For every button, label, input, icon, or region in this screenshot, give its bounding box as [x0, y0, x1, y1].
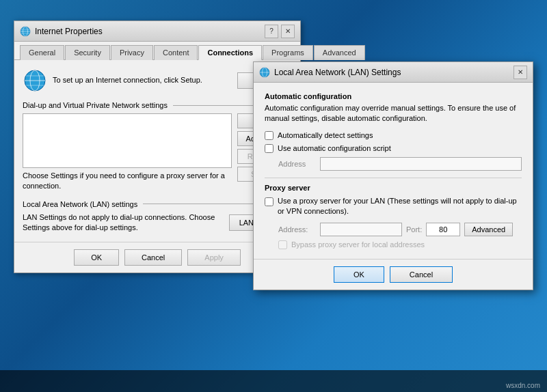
setup-row: To set up an Internet connection, click … — [23, 68, 292, 93]
proxy-use-checkbox[interactable] — [265, 197, 274, 206]
lan-dialog-title: Local Area Network (LAN) Settings — [274, 68, 513, 77]
tab-content[interactable]: Content — [154, 45, 198, 60]
proxy-address-input[interactable] — [320, 223, 402, 236]
proxy-use-label: Use a proxy server for your LAN (These s… — [278, 196, 522, 217]
lan-section: Local Area Network (LAN) settings LAN Se… — [23, 200, 292, 234]
proxy-addr-row: Address: Port: Advanced — [278, 223, 522, 236]
auto-script-row: Use automatic configuration script — [265, 144, 522, 153]
script-address-row: Address — [278, 157, 522, 171]
lan-ok-button[interactable]: OK — [334, 266, 384, 283]
lan-dialog: Local Area Network (LAN) Settings ✕ Auto… — [253, 61, 533, 290]
bypass-row: Bypass proxy server for local addresses — [278, 240, 522, 249]
script-address-label: Address — [278, 160, 316, 168]
proxy-title: Proxy server — [265, 184, 522, 192]
inet-title-controls: ? ✕ — [265, 25, 295, 38]
close-button[interactable]: ✕ — [281, 25, 295, 38]
bypass-checkbox[interactable] — [278, 240, 287, 249]
help-button[interactable]: ? — [265, 25, 278, 38]
dialog-separator — [265, 178, 522, 178]
setup-description: To set up an Internet connection, click … — [53, 75, 232, 85]
auto-detect-row: Automatically detect settings — [265, 131, 522, 140]
lan-section-header: Local Area Network (LAN) settings — [23, 200, 292, 208]
auto-config-title: Automatic configuration — [265, 92, 522, 100]
inet-title-bar: Internet Properties ? ✕ — [14, 21, 300, 42]
auto-detect-checkbox[interactable] — [265, 131, 274, 140]
tab-advanced[interactable]: Advanced — [314, 45, 365, 60]
dial-listbox[interactable] — [23, 113, 232, 168]
proxy-use-row: Use a proxy server for your LAN (These s… — [265, 196, 522, 217]
lan-dialog-icon — [259, 67, 270, 78]
dial-list-area: Choose Settings if you need to configure… — [23, 113, 232, 192]
tab-security[interactable]: Security — [65, 45, 110, 60]
auto-script-label: Use automatic configuration script — [278, 144, 391, 152]
port-label: Port: — [406, 225, 422, 234]
tabs-bar: General Security Privacy Content Connect… — [14, 42, 300, 60]
lan-dialog-footer: OK Cancel — [254, 259, 533, 290]
lan-dialog-controls: ✕ — [513, 66, 527, 79]
auto-detect-label: Automatically detect settings — [278, 131, 373, 139]
lan-dialog-title-bar: Local Area Network (LAN) Settings ✕ — [254, 62, 533, 83]
lan-row: LAN Settings do not apply to dial-up con… — [23, 212, 292, 234]
port-input[interactable] — [426, 223, 460, 236]
bypass-label: Bypass proxy server for local addresses — [291, 240, 425, 249]
connection-icon — [23, 68, 47, 93]
auto-script-checkbox[interactable] — [265, 144, 274, 153]
tab-privacy[interactable]: Privacy — [111, 45, 153, 60]
lan-dialog-close[interactable]: ✕ — [513, 66, 527, 79]
lan-cancel-button[interactable]: Cancel — [390, 266, 453, 283]
tab-connections[interactable]: Connections — [198, 45, 262, 60]
inet-title-text: Internet Properties — [35, 27, 265, 36]
lan-dialog-content: Automatic configuration Automatic config… — [254, 83, 533, 259]
dialup-section-header: Dial-up and Virtual Private Network sett… — [23, 101, 292, 109]
proxy-address-label: Address: — [278, 225, 316, 234]
advanced-button[interactable]: Advanced — [464, 223, 513, 236]
inet-window-icon — [20, 26, 31, 37]
dial-row: Choose Settings if you need to configure… — [23, 113, 292, 192]
choose-text: Choose Settings if you need to configure… — [23, 171, 225, 190]
tab-programs[interactable]: Programs — [263, 45, 313, 60]
script-address-input[interactable] — [320, 157, 522, 171]
apply-button[interactable]: Apply — [187, 249, 241, 266]
lan-description: LAN Settings do not apply to dial-up con… — [23, 212, 224, 234]
watermark: wsxdn.com — [506, 382, 540, 389]
cancel-button[interactable]: Cancel — [124, 249, 182, 266]
taskbar: wsxdn.com — [0, 370, 547, 392]
tab-general[interactable]: General — [20, 45, 64, 60]
ok-button[interactable]: OK — [74, 249, 119, 266]
auto-config-desc: Automatic configuration may override man… — [265, 103, 522, 124]
